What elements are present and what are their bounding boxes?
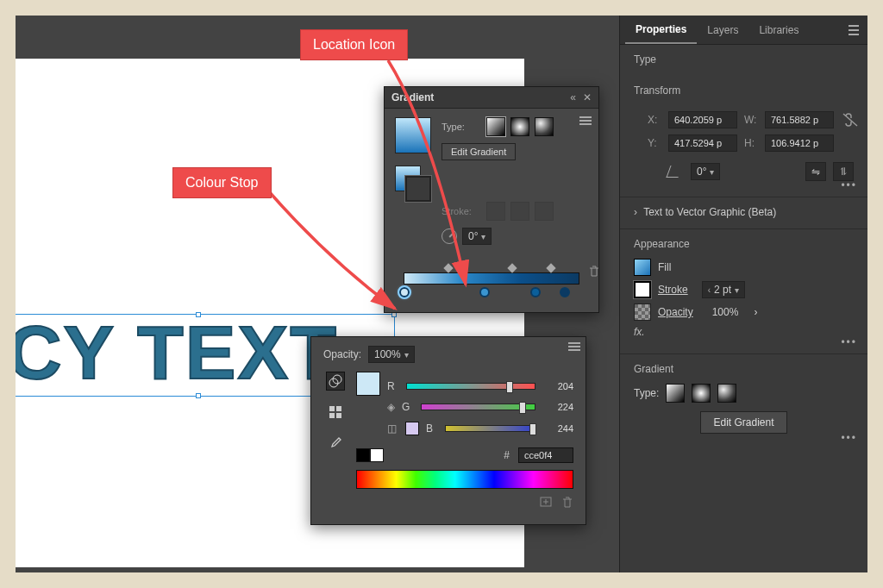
eyedropper-icon[interactable] [326,434,345,453]
opacity-label: Opacity: [323,348,361,360]
gradient-color-stop[interactable] [560,287,570,297]
freeform-gradient-icon[interactable] [717,384,736,403]
color-spectrum[interactable] [356,470,573,489]
stroke-swatch[interactable] [634,281,651,298]
chevron-down-icon[interactable]: ▾ [735,285,739,295]
panel-tabs: Properties Layers Libraries [620,16,867,45]
appearance-section: Appearance Fill Stroke ‹ 2 pt ▾ Opacity … [620,229,867,354]
trash-icon[interactable] [561,496,573,512]
chevron-down-icon[interactable]: ▾ [404,350,409,360]
alt-color-swatch[interactable] [405,422,419,435]
radial-gradient-icon[interactable] [510,117,529,136]
type-label: Type: [442,122,481,132]
current-color-swatch[interactable] [356,372,380,396]
add-swatch-icon[interactable] [539,496,553,512]
appearance-more-icon[interactable]: ••• [841,336,857,348]
color-panel-menu-icon[interactable] [568,342,580,351]
linear-gradient-icon[interactable] [486,117,505,136]
stroke-align-center-icon [510,202,529,221]
constrain-proportions-icon[interactable] [841,110,860,129]
chevron-down-icon[interactable]: ▾ [710,167,714,177]
angle-dial-icon[interactable] [442,228,457,244]
x-label: X: [648,114,661,126]
gradient-preview-swatch[interactable] [395,117,431,153]
fx-label[interactable]: fx. [634,326,645,338]
rotate-input[interactable]: 0° ▾ [691,163,720,180]
bw-swatch-icon[interactable] [356,448,384,462]
edit-gradient-button[interactable]: Edit Gradient [442,143,516,160]
y-label: Y: [648,137,661,149]
opacity-swatch-icon [634,303,651,321]
swatches-icon[interactable] [326,403,345,422]
x-input[interactable] [668,111,737,128]
opacity-value[interactable]: 100% [712,306,739,318]
gradient-angle-input[interactable]: 0° ▾ [462,228,492,245]
collapse-icon[interactable]: « [570,91,576,103]
gradient-panel-header[interactable]: Gradient « ✕ [385,87,598,109]
radial-gradient-icon[interactable] [692,384,711,403]
text-to-vector-label: Text to Vector Graphic (Beta) [643,206,776,218]
gradient-ramp[interactable] [395,260,588,303]
gradient-ramp-bar[interactable] [404,272,579,285]
freeform-gradient-icon[interactable] [535,117,554,136]
b-slider[interactable] [445,425,535,432]
gradient-panel-title: Gradient [391,91,434,103]
stroke-align-inside-icon [486,202,505,221]
edit-gradient-button[interactable]: Edit Gradient [700,411,786,434]
h-input[interactable] [765,134,834,152]
g-slider[interactable] [421,403,535,410]
svg-point-0 [329,378,338,387]
g-value[interactable]: 224 [544,402,573,412]
gradient-color-stop[interactable] [399,287,410,297]
gradient-angle-value: 0° [468,230,478,242]
y-input[interactable] [668,134,737,152]
transform-more-icon[interactable]: ••• [841,179,857,191]
gradient-color-stop[interactable] [530,287,541,297]
rotate-icon [666,166,682,178]
close-icon[interactable]: ✕ [583,91,592,103]
gradient-panel-body: Type: Edit Gradient Stroke: 0° ▾ [385,109,598,312]
tab-properties[interactable]: Properties [625,16,697,44]
r-value[interactable]: 204 [544,381,573,391]
flip-vertical-icon[interactable]: ⥮ [833,162,854,181]
delete-stop-icon[interactable] [588,265,600,281]
b-value[interactable]: 244 [544,423,573,434]
fill-label: Fill [658,261,671,273]
stop-opacity-input[interactable]: 100% ▾ [368,346,415,363]
stop-opacity-value: 100% [374,348,401,360]
stroke-swatch-icon[interactable] [405,176,431,202]
chevron-down-icon[interactable]: ▾ [481,232,485,241]
gradient-more-icon[interactable]: ••• [841,432,857,444]
reference-point-icon[interactable] [634,116,637,146]
transform-title: Transform [634,84,854,97]
flip-horizontal-icon[interactable]: ⇋ [805,162,826,181]
color-mixer-icon[interactable] [326,372,345,391]
w-input[interactable] [765,111,834,128]
tab-libraries[interactable]: Libraries [748,17,809,43]
gradient-section: Gradient Type: Edit Gradient ••• [620,354,867,449]
gradient-panel[interactable]: Gradient « ✕ Type: Edit Gradient Stroke: [384,86,599,313]
hex-hash-label: # [504,449,510,461]
chevron-right-icon[interactable]: › [754,306,757,318]
type-label: Type [634,53,854,66]
hex-input[interactable] [518,447,573,463]
h-label: H: [744,137,758,149]
chevron-right-icon: › [634,206,637,218]
web-safe-icon[interactable]: ◫ [387,422,397,435]
location-caret-icon[interactable] [443,263,453,272]
location-caret-icon[interactable] [508,263,517,272]
stroke-weight-value: 2 pt [714,284,731,296]
location-caret-icon[interactable] [546,263,555,272]
svg-rect-3 [336,406,341,411]
out-of-gamut-icon[interactable]: ◈ [387,401,395,413]
r-slider[interactable] [406,383,535,390]
linear-gradient-icon[interactable] [666,384,685,403]
tab-layers[interactable]: Layers [697,17,748,43]
panel-menu-icon[interactable] [845,22,862,39]
text-to-vector-section[interactable]: › Text to Vector Graphic (Beta) [620,197,867,229]
stepper-down-icon[interactable]: ‹ [708,285,711,295]
color-picker-panel[interactable]: Opacity: 100% ▾ R [310,336,586,525]
fill-swatch[interactable] [634,259,651,276]
gradient-color-stop[interactable] [479,287,490,297]
stroke-weight-input[interactable]: ‹ 2 pt ▾ [702,281,745,298]
